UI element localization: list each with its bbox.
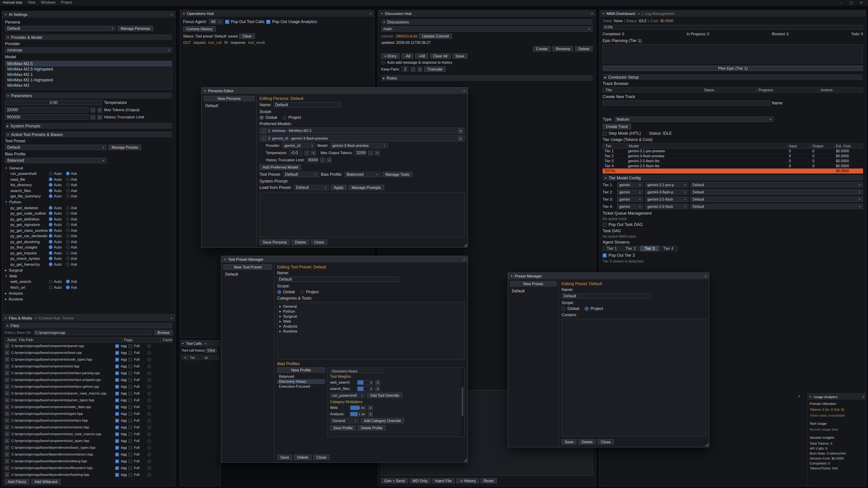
keep-pairs-input[interactable]: 2 (402, 66, 409, 72)
agg-checkbox[interactable] (115, 446, 119, 449)
agg-checkbox[interactable] (115, 439, 119, 443)
pop-out-tier3-checkbox[interactable] (602, 253, 607, 257)
model-option[interactable]: MiniMax-M2 (5, 83, 172, 88)
pop-out-usage-checkbox[interactable] (266, 20, 270, 24)
ask-radio[interactable] (66, 195, 69, 198)
close-icon[interactable]: × (204, 341, 206, 346)
remove-file-button[interactable]: x (4, 377, 9, 382)
decrement-button[interactable]: - (90, 115, 95, 120)
delete-persona-button[interactable]: Delete (292, 239, 309, 245)
agg-checkbox[interactable] (115, 419, 119, 422)
agg-checkbox[interactable] (115, 378, 119, 382)
ask-radio[interactable] (66, 177, 69, 181)
minimize-icon[interactable]: – (837, 0, 845, 5)
full-checkbox[interactable] (129, 466, 132, 470)
ask-radio[interactable] (66, 223, 69, 227)
tool-group-surgical[interactable]: ▶ Surgical (5, 267, 172, 273)
model-option[interactable]: MiniMax-M2.5 (5, 61, 172, 66)
agg-checkbox[interactable] (115, 358, 119, 361)
full-checkbox[interactable] (129, 432, 132, 436)
close-icon[interactable]: × (798, 394, 800, 398)
apply-button[interactable]: Apply (331, 185, 347, 190)
cache-radio[interactable] (148, 419, 151, 422)
tab-log-management[interactable]: Log Management (645, 11, 674, 16)
category-override-select[interactable]: General ▼ (330, 418, 359, 423)
tier-model-select[interactable]: gemini-3.1-pro-p ▼ (645, 182, 688, 188)
tier-provider-select[interactable]: gemini ▼ (617, 204, 643, 209)
increment-button[interactable]: + (311, 150, 316, 155)
ask-radio[interactable] (66, 229, 69, 232)
auto-radio[interactable] (49, 189, 53, 193)
browse-button[interactable]: Browse (154, 330, 173, 335)
minus-all-button[interactable]: -All (401, 53, 413, 59)
section-active-presets[interactable]: ▼ Active Tool Presets & Biases (5, 131, 172, 137)
model-select[interactable]: gemini-3-flash-preview ▼ (330, 143, 388, 148)
auto-radio[interactable] (49, 263, 53, 266)
remove-file-button[interactable]: x (4, 350, 9, 355)
save-discussion-button[interactable]: Save (452, 53, 467, 59)
tool-preset-list-item[interactable]: Default (223, 271, 272, 277)
full-checkbox[interactable] (129, 371, 132, 375)
section-system-prompts[interactable]: ▶ System Prompts (5, 123, 172, 129)
agg-checkbox[interactable] (115, 453, 119, 456)
remove-file-button[interactable]: x (4, 398, 9, 402)
agg-checkbox[interactable] (115, 385, 119, 388)
tier-preset-select[interactable]: Default ▼ (690, 182, 863, 188)
focus-agent-select[interactable]: All ▼ (209, 19, 223, 24)
auto-radio[interactable] (49, 212, 53, 215)
tier-provider-select[interactable]: gemini ▼ (617, 197, 643, 202)
stream-tab[interactable]: Tier 3 (640, 246, 659, 251)
collapse-icon[interactable]: ▼ (4, 317, 7, 320)
tier-provider-select[interactable]: gemini ▼ (617, 182, 643, 188)
section-provider-model[interactable]: ▼ Provider & Model (5, 34, 172, 40)
discussion-action-button[interactable]: Gen + Send (381, 478, 408, 484)
cache-radio[interactable] (148, 412, 151, 416)
tool-group-runtime[interactable]: ▶ Runtime (5, 296, 172, 302)
save-button[interactable]: Save (277, 455, 292, 460)
full-checkbox[interactable] (129, 392, 132, 395)
cache-radio[interactable] (148, 453, 151, 456)
tab-mma-dashboard[interactable]: MMA Dashboard (607, 11, 635, 16)
collapse-icon[interactable]: ▼ (602, 12, 604, 15)
close-icon[interactable]: × (862, 395, 864, 399)
tier-model-select[interactable]: gemini-3-flash-p ▼ (645, 189, 688, 195)
multiplier-slider[interactable]: 1.5x (350, 405, 366, 410)
scope-global-radio[interactable] (259, 116, 264, 120)
full-checkbox[interactable] (129, 351, 132, 355)
collapse-icon[interactable]: ▼ (204, 90, 206, 92)
remove-file-button[interactable]: x (4, 384, 9, 389)
decrement-button[interactable]: - (320, 158, 325, 162)
remove-file-button[interactable]: x (4, 472, 9, 477)
persona-select[interactable]: Default ▼ (5, 26, 116, 31)
new-tool-preset-button[interactable]: New Tool Preset (223, 264, 272, 270)
category-node[interactable]: ▶ Python (279, 308, 463, 314)
category-node[interactable]: ▶ Runtime (279, 328, 463, 333)
ask-radio[interactable] (66, 286, 69, 289)
temperature-slider[interactable]: 0.00 (5, 100, 102, 105)
save-persona-button[interactable]: Save Persona (259, 239, 290, 245)
increment-button[interactable]: + (375, 150, 380, 155)
remove-file-button[interactable]: x (4, 431, 9, 436)
epic-planning-input[interactable] (602, 44, 863, 63)
stream-tab[interactable]: Tier 4 (659, 246, 677, 251)
close-button[interactable]: Close (311, 239, 327, 245)
scope-global-radio[interactable] (277, 290, 281, 294)
stream-tab[interactable]: Tier 1 (602, 246, 621, 251)
scrollbar[interactable] (461, 368, 464, 436)
auto-radio[interactable] (49, 240, 53, 243)
delete-discussion-button[interactable]: Delete (575, 46, 593, 52)
model-option[interactable]: MiniMax-M2.1 (5, 72, 172, 77)
history-limit-input[interactable]: 900000 (5, 114, 89, 120)
bias-profile-select[interactable]: Balanced ▼ (344, 172, 380, 177)
tier-model-select[interactable]: gemini-2.5-flash ▼ (645, 197, 688, 202)
full-checkbox[interactable] (129, 385, 132, 388)
full-checkbox[interactable] (129, 405, 132, 409)
section-conductor-setup[interactable]: ▶ Conductor Setup (602, 74, 863, 80)
remove-multiplier-button[interactable]: x (368, 412, 373, 417)
step-mode-checkbox[interactable] (602, 131, 607, 135)
max-output-input[interactable]: 32000 (354, 150, 366, 156)
section-tier-model-config[interactable]: ▼ Tier Model Config (602, 175, 863, 181)
tool-group-general[interactable]: ▼ General (5, 165, 172, 171)
track-name-input[interactable] (602, 100, 770, 106)
auto-radio[interactable] (49, 257, 53, 260)
